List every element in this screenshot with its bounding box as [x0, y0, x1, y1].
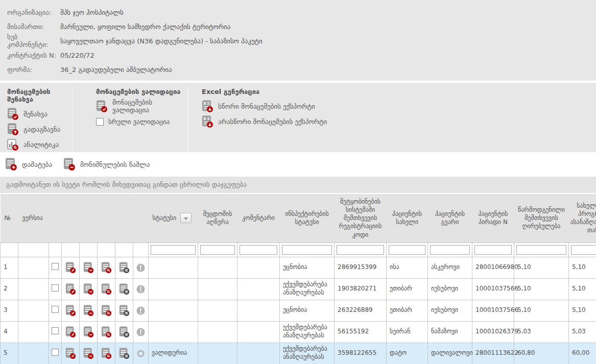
- save-button[interactable]: შენახვა: [7, 106, 67, 122]
- analytics-label: ანალიტიკა: [23, 141, 59, 149]
- col-amount[interactable]: წარმოდგენილი შემთხვევის ღირებულება: [514, 194, 569, 242]
- details-icon[interactable]: [119, 283, 130, 295]
- row-number: 3: [1, 300, 18, 321]
- amount-filter-input[interactable]: [516, 245, 566, 255]
- edit-icon[interactable]: [65, 326, 76, 338]
- address-value: მარნეული, ყოფილი სამხედრო ქალაქის ტერიტო…: [60, 23, 230, 31]
- col-error[interactable]: შეცდომის აღწერა: [198, 194, 237, 242]
- claims-table-wrap: № ვერსია სტატუსი შეცდომის აღწერა კომენტა…: [0, 194, 596, 364]
- details-icon[interactable]: [119, 348, 130, 359]
- status-cell: ვალიდურია: [149, 343, 198, 364]
- table-row: 2 ექვემდებარება ანაზღაურებას 1903820271 …: [1, 278, 596, 300]
- last-name-cell: ასკეროვი: [428, 257, 472, 278]
- col-code[interactable]: შეტყობინების სისტემაში შემთხვევის რეგისტ…: [335, 194, 387, 242]
- personal-n-cell: 10001026379: [472, 321, 514, 343]
- row-checkbox[interactable]: [52, 327, 59, 334]
- error-filter-input[interactable]: [200, 245, 235, 255]
- row-checkbox[interactable]: [52, 284, 59, 292]
- details-icon[interactable]: [119, 326, 130, 338]
- edit-icon[interactable]: [65, 348, 76, 359]
- edit-icon[interactable]: [65, 305, 76, 317]
- comment-filter-input[interactable]: [240, 245, 277, 255]
- row-checkbox[interactable]: [52, 349, 59, 356]
- export-valid-button[interactable]: სწორი მონაცემების ექსპორტი: [202, 99, 327, 114]
- inspection-filter-input[interactable]: [282, 245, 332, 255]
- inspection-cell: ექვემდებარება ანაზღაურებას: [280, 321, 335, 343]
- row-checkbox[interactable]: [52, 306, 59, 313]
- personal-n-filter-input[interactable]: [474, 245, 512, 255]
- last-name-cell: იუსუბოვი: [428, 300, 472, 321]
- view-icon[interactable]: [101, 348, 112, 359]
- personal-n-cell: 28001113622: [472, 343, 514, 364]
- warning-icon: [136, 307, 145, 314]
- export-invalid-button[interactable]: არასწორი მონაცემების ექსპორტი: [202, 114, 327, 129]
- table-row: 3 უცნობია 263226889 ეთიბარ იუსუბოვი 1000…: [1, 300, 596, 321]
- form-label: ფორმა:: [7, 66, 60, 74]
- add-label: დამატება: [22, 161, 52, 168]
- edit-icon[interactable]: [65, 283, 76, 295]
- analytics-button[interactable]: ანალიტიკა: [7, 137, 67, 152]
- action-row: დამატება მონიშნულების წაშლა: [0, 152, 596, 177]
- col-personal-n[interactable]: პაციენტის პირადი N: [472, 194, 514, 242]
- filter-row: [1, 242, 596, 257]
- edit-icon[interactable]: [65, 262, 76, 274]
- first-name-cell: ისა: [387, 257, 428, 278]
- col-edit: [62, 194, 80, 242]
- delete-selected-button[interactable]: მონიშნულების წაშლა: [63, 158, 150, 171]
- subcomponent-label: სუბ კომპონენტი:: [7, 33, 60, 48]
- details-icon[interactable]: [119, 262, 130, 274]
- status-cell: [149, 300, 198, 321]
- org-value: შპს ჯეო ჰოსპიტალს: [60, 9, 124, 16]
- first-name-filter-input[interactable]: [389, 245, 425, 255]
- last-name-filter-input[interactable]: [430, 245, 470, 255]
- status-filter-dropdown[interactable]: [180, 213, 192, 223]
- code-filter-input[interactable]: [337, 245, 384, 255]
- state-amount-cell: 5,10: [569, 257, 596, 278]
- col-first-name[interactable]: პაციენტის სახელი: [387, 194, 428, 242]
- amount-cell: 5,10: [514, 278, 569, 300]
- col-status[interactable]: სტატუსი: [149, 194, 198, 242]
- info-panel: ორგანიზაცია:შპს ჯეო ჰოსპიტალს მისამართი:…: [0, 0, 596, 81]
- validate-button[interactable]: მონაცემების ვალიდაცია: [96, 99, 183, 114]
- full-validation-checkbox[interactable]: [96, 118, 104, 126]
- state-amount-cell: 5,10: [569, 300, 596, 321]
- warning-icon: [136, 285, 145, 293]
- col-checkbox: [49, 194, 62, 242]
- status-filter-input[interactable]: [151, 245, 196, 255]
- row-number: 5: [1, 343, 18, 364]
- delete-row-icon[interactable]: [83, 305, 94, 317]
- error-cell: [198, 278, 237, 300]
- comment-cell: [237, 321, 280, 343]
- delete-row-icon[interactable]: [83, 348, 94, 359]
- col-last-name[interactable]: პაციენტის გვარი: [428, 194, 472, 242]
- subcomponent-value: საყოველთაო ჯანდაცვა (N36 დადგენილება) - …: [60, 37, 263, 45]
- view-icon[interactable]: [101, 305, 112, 317]
- delete-row-icon[interactable]: [83, 326, 94, 338]
- col-state-amount[interactable]: სახელმწიფო პროგრამით ასანაზღაურებელი თან…: [569, 194, 596, 242]
- col-inspection[interactable]: ინსპექტირების სტატუსი: [280, 194, 335, 242]
- analytics-icon: [7, 138, 19, 151]
- add-row-button[interactable]: დამატება: [5, 158, 52, 171]
- delete-selected-label: მონიშნულების წაშლა: [80, 161, 150, 168]
- error-cell: [198, 321, 237, 343]
- warning-icon: [136, 264, 145, 271]
- view-icon[interactable]: [101, 283, 112, 295]
- col-version[interactable]: ვერსია: [18, 194, 49, 242]
- state-amount-cell: 5,10: [569, 278, 596, 300]
- code-cell: 3598122655: [335, 343, 387, 364]
- view-icon[interactable]: [101, 262, 112, 274]
- personal-n-cell: 10001037566: [472, 300, 514, 321]
- delete-row-icon[interactable]: [83, 283, 94, 295]
- delete-row-icon[interactable]: [83, 262, 94, 274]
- row-checkbox[interactable]: [52, 263, 59, 270]
- contract-value: 05/220/72: [60, 52, 94, 59]
- error-cell: [198, 343, 237, 364]
- inspection-cell: უცნობია: [280, 257, 335, 278]
- col-comment[interactable]: კომენტარი: [237, 194, 280, 242]
- last-name-cell: იუსუბოვი: [428, 278, 472, 300]
- send-button[interactable]: გადაგზავნა: [7, 122, 67, 137]
- full-validation-option[interactable]: სრული ვალიდაცია: [96, 114, 183, 129]
- view-icon[interactable]: [101, 326, 112, 338]
- details-icon[interactable]: [119, 305, 130, 317]
- state-amount-filter-input[interactable]: [571, 245, 596, 255]
